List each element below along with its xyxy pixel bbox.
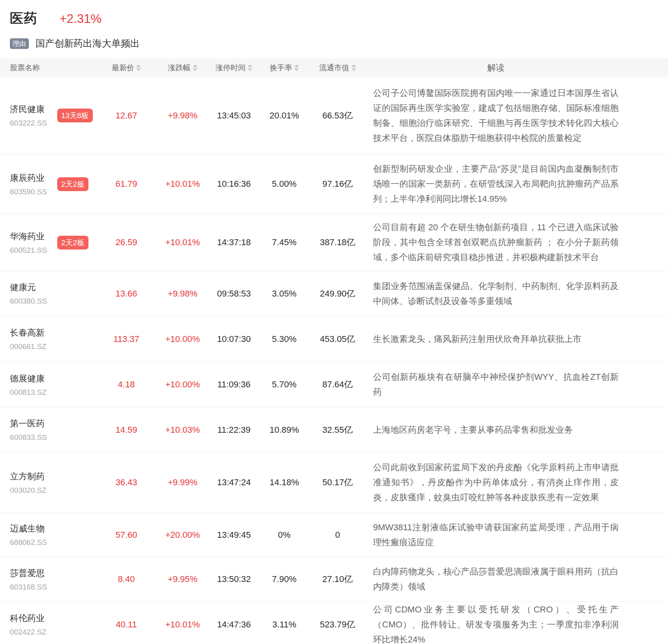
change-percent: +9.98% (156, 111, 209, 121)
change-percent: +10.00% (156, 379, 209, 390)
change-percent: +10.03% (156, 425, 209, 435)
analysis-text: 上海地区药房老字号，主要从事药品零售和批发业务 (365, 422, 668, 437)
stock-name[interactable]: 健康元 (10, 282, 57, 293)
limit-up-time: 13:47:24 (209, 477, 259, 488)
stock-name[interactable]: 立方制药 (10, 471, 57, 483)
stock-name[interactable]: 第一医药 (10, 418, 57, 430)
stock-code: 600521.SS (10, 246, 57, 255)
limit-up-streak-badge: 2天2板 (57, 177, 88, 191)
analysis-text: 创新型制药研发企业，主要产品“苏灵”是目前国内血凝酶制剂市场唯一的国家一类新药，… (365, 161, 668, 207)
stock-name[interactable]: 科伦药业 (10, 612, 57, 624)
turnover-rate: 7.90% (259, 574, 310, 584)
latest-price: 26.59 (97, 237, 156, 248)
analysis-text: 公司子公司博鳌国际医院拥有国内唯一一家通过日本国厚生省认证的国际再生医学实验室，… (365, 86, 668, 146)
latest-price: 8.40 (97, 574, 156, 584)
stock-code: 002422.SZ (10, 628, 57, 636)
stock-name[interactable]: 长春高新 (10, 327, 57, 339)
sort-arrows-icon[interactable] (248, 64, 252, 71)
turnover-rate: 5.70% (259, 379, 310, 390)
latest-price: 61.79 (97, 179, 156, 189)
analysis-text: 9MW3811注射液临床试验申请获国家药监局受理，产品用于病理性瘢痕适应症 (365, 520, 668, 550)
latest-price: 12.67 (97, 111, 156, 121)
reason-text: 国产创新药出海大单频出 (36, 37, 140, 50)
reason-badge: 理由 (10, 38, 29, 49)
stock-code: 003020.SZ (10, 486, 57, 495)
table-row: 科伦药业002422.SZ 40.11 +10.01% 14:47:36 3.1… (0, 602, 668, 644)
table-header-row: 股票名称 最新价 涨跌幅 涨停时间 换手率 流通市值 解读 (0, 58, 668, 77)
stock-name[interactable]: 德展健康 (10, 373, 57, 385)
stock-table: 济民健康603222.SS 13天8板 12.67 +9.98% 13:45:0… (0, 77, 668, 644)
column-header-analysis: 解读 (365, 60, 668, 75)
table-row: 长春高新000661.SZ 113.37 +10.00% 10:07:30 5.… (0, 316, 668, 362)
market-cap: 27.10亿 (310, 573, 365, 585)
market-cap: 387.18亿 (310, 237, 365, 248)
analysis-text: 公司此前收到国家药监局下发的丹皮酚《化学原料药上市申请批准通知书》，丹皮酚作为中… (365, 460, 668, 505)
table-row: 立方制药003020.SZ 36.43 +9.99% 13:47:24 14.1… (0, 452, 668, 513)
limit-up-time: 10:07:30 (209, 334, 259, 344)
limit-up-time: 13:49:45 (209, 530, 259, 540)
analysis-text: 生长激素龙头，痛风新药注射用伏欣奇拜单抗获批上市 (365, 332, 668, 347)
sector-header: 医药 +2.31% 理由 国产创新药出海大单频出 (0, 0, 668, 50)
turnover-rate: 14.18% (259, 477, 310, 488)
change-percent: +9.99% (156, 477, 209, 488)
change-percent: +10.01% (156, 179, 209, 189)
limit-up-time: 13:50:32 (209, 574, 259, 584)
column-header-market-cap[interactable]: 流通市值 (310, 63, 365, 73)
latest-price: 40.11 (97, 620, 156, 630)
sort-arrows-icon[interactable] (351, 64, 356, 71)
latest-price: 113.37 (97, 334, 156, 344)
market-cap: 249.90亿 (310, 288, 365, 300)
stock-code: 000661.SZ (10, 342, 57, 351)
turnover-rate: 10.89% (259, 425, 310, 435)
sort-arrows-icon[interactable] (294, 64, 299, 71)
market-cap: 453.05亿 (310, 333, 365, 345)
analysis-text: 公司CDMO业务主要以受托研发（CRO）、受托生产（CMO）、批件转让、研发专项… (365, 602, 668, 644)
table-row: 迈威生物688062.SS 57.60 +20.00% 13:49:45 0% … (0, 513, 668, 557)
limit-up-streak-badge: 2天2板 (57, 236, 88, 250)
stock-code: 603168.SS (10, 583, 57, 591)
column-header-turnover-rate[interactable]: 换手率 (259, 63, 310, 73)
limit-up-time: 13:45:03 (209, 111, 259, 121)
column-header-limit-up-time[interactable]: 涨停时间 (209, 63, 259, 73)
change-percent: +10.01% (156, 237, 209, 248)
limit-up-time: 14:37:18 (209, 237, 259, 248)
analysis-text: 公司目前有超 20 个在研生物创新药项目，11 个已进入临床试验阶段，其中包含全… (365, 220, 668, 265)
limit-up-streak-badge: 13天8板 (57, 109, 93, 122)
column-header-stock-name: 股票名称 (0, 63, 57, 73)
market-cap: 523.79亿 (310, 619, 365, 631)
table-row: 健康元600380.SS 13.66 +9.98% 09:58:53 3.05%… (0, 271, 668, 316)
latest-price: 36.43 (97, 477, 156, 488)
analysis-text: 集团业务范围涵盖保健品、化学制剂、中药制剂、化学原料药及中间体、诊断试剂及设备等… (365, 279, 668, 309)
turnover-rate: 7.45% (259, 237, 310, 248)
latest-price: 4.18 (97, 379, 156, 390)
market-cap: 97.16亿 (310, 178, 365, 190)
turnover-rate: 3.05% (259, 289, 310, 299)
stock-name[interactable]: 华海药业 (10, 231, 57, 242)
market-cap: 32.55亿 (310, 424, 365, 436)
change-percent: +9.95% (156, 574, 209, 584)
column-header-latest-price[interactable]: 最新价 (97, 63, 156, 73)
stock-code: 000813.SZ (10, 388, 57, 397)
table-row: 济民健康603222.SS 13天8板 12.67 +9.98% 13:45:0… (0, 77, 668, 154)
stock-name[interactable]: 康辰药业 (10, 172, 57, 184)
turnover-rate: 20.01% (259, 111, 310, 121)
stock-code: 603590.SS (10, 188, 57, 196)
sort-arrows-icon[interactable] (193, 64, 197, 71)
turnover-rate: 0% (259, 530, 310, 540)
stock-name[interactable]: 济民健康 (10, 103, 57, 115)
table-row: 华海药业600521.SS 2天2板 26.59 +10.01% 14:37:1… (0, 214, 668, 271)
market-cap: 50.17亿 (310, 477, 365, 488)
latest-price: 13.66 (97, 289, 156, 299)
sector-change-percent: +2.31% (60, 12, 101, 26)
limit-up-time: 11:22:39 (209, 425, 259, 435)
limit-up-time: 10:16:36 (209, 179, 259, 189)
column-header-change-percent[interactable]: 涨跌幅 (156, 63, 209, 73)
stock-name[interactable]: 迈威生物 (10, 523, 57, 535)
analysis-text: 白内障药物龙头，核心产品莎普爱思滴眼液属于眼科用药（抗白内障类）领域 (365, 564, 668, 594)
table-row: 德展健康000813.SZ 4.18 +10.00% 11:09:36 5.70… (0, 362, 668, 407)
stock-name[interactable]: 莎普爱思 (10, 567, 57, 579)
stock-code: 603222.SS (10, 119, 57, 128)
sort-arrows-icon[interactable] (136, 64, 141, 71)
table-row: 莎普爱思603168.SS 8.40 +9.95% 13:50:32 7.90%… (0, 557, 668, 602)
table-row: 康辰药业603590.SS 2天2板 61.79 +10.01% 10:16:3… (0, 154, 668, 214)
